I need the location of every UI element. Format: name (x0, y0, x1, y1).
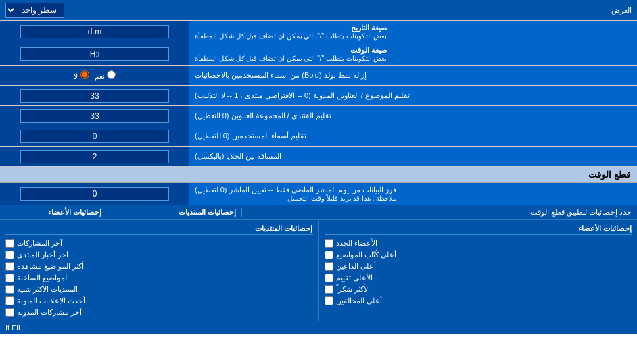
cell-spacing-row: المسافة بين الخلايا (بالبكسل) (0, 147, 637, 167)
time-format-title: صيغة الوقت (195, 46, 387, 55)
cb-last-posts-label: آخر المشاركات (17, 239, 62, 248)
cutoff-section-header: قطع الوقت (0, 167, 637, 183)
checkbox-columns: إحصائيات الأعضاء الأعضاء الجدد أعلى كُتَ… (0, 220, 637, 321)
checkboxes-section: حدد إحصائيات لتطبيق قطع الوقت إحصائيات ا… (0, 205, 637, 334)
cb-most-viewed-label: أكثر المواضيع مشاهدة (17, 262, 84, 271)
col2-main-header: إحصائيات المنتديات (107, 208, 242, 217)
cutoff-label-line1: فرز البيانات من يوم الماشر الماضي فقط --… (195, 186, 396, 194)
cb-classifieds[interactable] (5, 296, 14, 305)
cb-last-blog-label: آخر مشاركات المدونة (17, 308, 82, 317)
cb-last-blog[interactable] (5, 308, 14, 317)
checkbox-item: أعلى المخالفين (325, 295, 632, 307)
cb-new-members-label: الأعضاء الجدد (336, 239, 377, 248)
radio-group: نعم لا (74, 70, 115, 81)
forum-title-input-cell (0, 106, 189, 126)
radio-yes[interactable] (107, 70, 116, 79)
checkbox-item: أعلى كُتَّاب المواضيع (325, 249, 632, 261)
top-label: العرض (64, 6, 632, 15)
col1-main-header: إحصائيات الأعضاء (5, 208, 107, 217)
cb-top-violations-label: أعلى المخالفين (336, 296, 382, 305)
checkbox-item: آخر المشاركات (5, 238, 313, 249)
cb-most-viewed[interactable] (5, 262, 14, 271)
cell-spacing-label: المسافة بين الخلايا (بالبكسل) (189, 147, 637, 166)
checkbox-item: أحدث الإعلانات المبوبة (5, 295, 313, 307)
stats-label: حدد إحصائيات لتطبيق قطع الوقت (242, 208, 632, 217)
checkbox-item: آخر مشاركات المدونة (5, 307, 313, 318)
time-format-input-cell (0, 43, 189, 65)
date-format-label: صيغة التاريخ بعض التكوينات يتطلب "/" الت… (189, 21, 637, 43)
cutoff-input-cell (0, 183, 189, 205)
time-format-input[interactable] (20, 47, 169, 61)
checkbox-item: أعلى الداعين (325, 261, 632, 272)
cutoff-header-text: قطع الوقت (588, 170, 630, 180)
date-format-row: صيغة التاريخ بعض التكوينات يتطلب "/" الت… (0, 21, 637, 43)
forum-title-input[interactable] (20, 109, 169, 123)
if-fil-text: If FIL (5, 323, 22, 332)
cb-hot-topics-label: المواضيع الساخنة (17, 274, 69, 282)
bold-remove-text: إزالة نمط بولد (Bold) من اسماء المستخدمي… (195, 71, 367, 80)
bold-remove-input-cell: نعم لا (0, 66, 189, 85)
cb-classifieds-label: أحدث الإعلانات المبوبة (17, 296, 85, 305)
topic-title-input[interactable] (20, 89, 169, 103)
cb-top-writers[interactable] (325, 251, 333, 259)
cutoff-label: فرز البيانات من يوم الماشر الماضي فقط --… (189, 183, 637, 205)
checkbox-item: أكثر المواضيع مشاهدة (5, 261, 313, 272)
date-format-input-cell (0, 21, 189, 43)
time-format-desc: بعض التكوينات يتطلب "/" التي يمكن ان تضا… (195, 55, 387, 62)
date-format-input[interactable] (20, 25, 169, 38)
cb-top-inviters[interactable] (325, 262, 333, 271)
radio-yes-text: نعم (95, 72, 105, 80)
forum-title-row: تقليم الفنتدى / المجموعة العناوين (0 الت… (0, 106, 637, 126)
cb-most-thanks-label: الأكثر شكراً (336, 285, 370, 294)
topic-title-row: تقليم الموضوع / العناوين المدونة (0 -- ا… (0, 86, 637, 106)
cb-last-posts[interactable] (5, 239, 14, 248)
bold-remove-label: إزالة نمط بولد (Bold) من اسماء المستخدمي… (189, 66, 637, 85)
cb-top-rated[interactable] (325, 274, 333, 282)
date-format-desc: بعض التكوينات يتطلب "/" التي يمكن ان تضا… (195, 32, 387, 40)
checkbox-item: آخر أخبار المنتدى (5, 249, 313, 261)
bold-remove-row: إزالة نمط بولد (Bold) من اسماء المستخدمي… (0, 66, 637, 86)
cell-spacing-input[interactable] (20, 150, 169, 163)
checkbox-item: الأعلى تقييم (325, 272, 632, 284)
checkbox-item: الأكثر شكراً (325, 284, 632, 295)
cb-last-news-label: آخر أخبار المنتدى (17, 251, 68, 259)
col2-header: إحصائيات المنتديات (5, 223, 313, 235)
bottom-text: If FIL (0, 321, 637, 334)
cutoff-input[interactable] (20, 187, 169, 201)
cb-most-thanks[interactable] (325, 285, 333, 294)
display-select[interactable]: سطر واحد سطرين ثلاثة أسطر (5, 3, 64, 18)
radio-no-label[interactable]: لا (74, 70, 89, 81)
checkbox-item: المواضيع الساخنة (5, 272, 313, 284)
checkbox-item: المنتديات الأكثر شبية (5, 284, 313, 295)
col1-header: إحصائيات الأعضاء (325, 223, 632, 235)
radio-no-text: لا (74, 72, 78, 80)
col1-checkboxes: إحصائيات الأعضاء الأعضاء الجدد أعلى كُتَ… (318, 220, 638, 321)
username-trim-input-cell (0, 126, 189, 146)
topic-title-input-cell (0, 86, 189, 105)
cell-spacing-input-cell (0, 147, 189, 166)
select-wrap: سطر واحد سطرين ثلاثة أسطر (5, 3, 64, 18)
checkbox-item: الأعضاء الجدد (325, 238, 632, 249)
top-row: العرض سطر واحد سطرين ثلاثة أسطر (0, 0, 637, 21)
time-format-row: صيغة الوقت بعض التكوينات يتطلب "/" التي … (0, 43, 637, 66)
cb-top-inviters-label: أعلى الداعين (336, 262, 376, 271)
cb-hot-topics[interactable] (5, 274, 14, 282)
date-format-title: صيغة التاريخ (195, 24, 387, 32)
username-trim-label: تقليم أسماء المستخدمين (0 للتعطيل) (189, 126, 637, 146)
cb-similar-forums[interactable] (5, 285, 14, 294)
username-trim-row: تقليم أسماء المستخدمين (0 للتعطيل) (0, 126, 637, 147)
username-trim-input[interactable] (20, 130, 169, 143)
radio-no[interactable] (80, 70, 89, 79)
cutoff-row: فرز البيانات من يوم الماشر الماضي فقط --… (0, 183, 637, 205)
forum-title-label: تقليم الفنتدى / المجموعة العناوين (0 الت… (189, 106, 637, 126)
cutoff-label-line2: ملاحظة : هذا قد يزيد قليلاً وقت التحميل (195, 194, 396, 202)
time-format-label: صيغة الوقت بعض التكوينات يتطلب "/" التي … (189, 43, 637, 65)
radio-yes-label[interactable]: نعم (95, 70, 116, 81)
topic-title-label: تقليم الموضوع / العناوين المدونة (0 -- ا… (189, 86, 637, 105)
cb-top-writers-label: أعلى كُتَّاب المواضيع (336, 251, 396, 259)
cb-top-rated-label: الأعلى تقييم (336, 274, 373, 282)
cb-top-violations[interactable] (325, 296, 333, 305)
cb-last-news[interactable] (5, 251, 14, 259)
cb-new-members[interactable] (325, 239, 333, 248)
cb-similar-forums-label: المنتديات الأكثر شبية (17, 285, 78, 294)
